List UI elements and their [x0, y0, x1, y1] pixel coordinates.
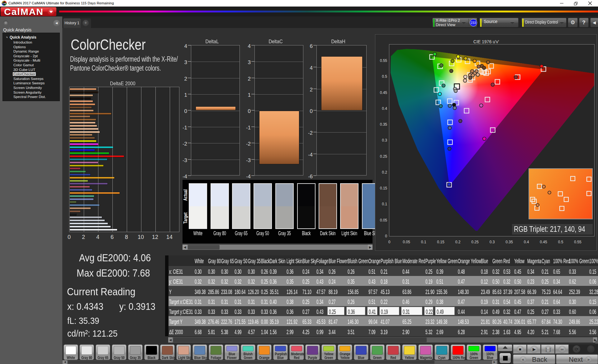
svg-text:CM: CM	[3, 2, 6, 4]
